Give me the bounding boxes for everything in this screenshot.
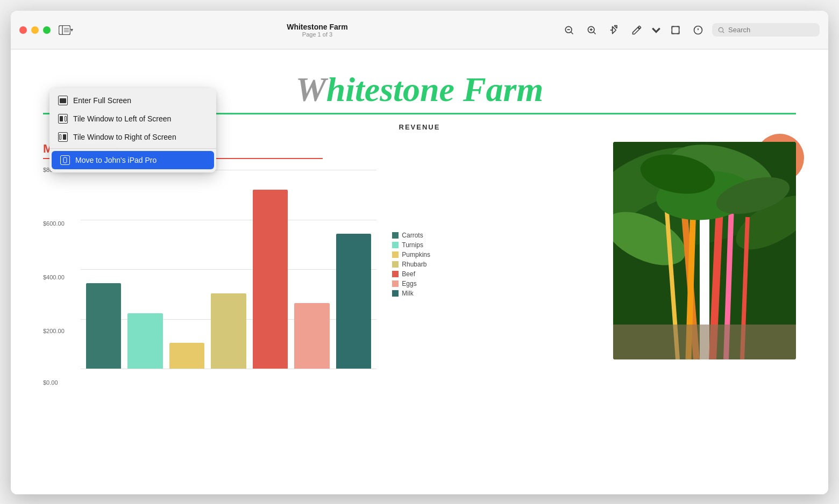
legend-dot-rhubarb: [392, 261, 399, 268]
legend-carrots: Carrots: [392, 232, 430, 239]
bar-eggs: [294, 303, 329, 369]
bar-milk: [336, 234, 371, 369]
maximize-button[interactable]: [43, 26, 51, 34]
zoom-in-icon: [586, 25, 597, 35]
y-label-600: $600.00: [43, 220, 65, 227]
context-menu: Enter Full Screen Tile Window to Left of…: [49, 88, 216, 172]
y-label-200: $200.00: [43, 328, 65, 334]
legend-label-beef: Beef: [402, 270, 415, 278]
bar-chart: $800.00 $600.00 $400.00 $200.00 $0.00: [43, 170, 376, 385]
legend-pumpkins: Pumpkins: [392, 251, 430, 258]
bar-beef: [253, 190, 288, 369]
search-bar[interactable]: [712, 23, 820, 37]
legend-dot-pumpkins: [392, 251, 399, 258]
menu-label-tile-left: Tile Window to Left of Screen: [73, 114, 171, 123]
annotate-icon: [693, 25, 703, 35]
legend-label-milk: Milk: [402, 290, 413, 297]
window-resize-button[interactable]: [667, 21, 684, 39]
share-button[interactable]: [606, 21, 623, 39]
minimize-button[interactable]: [31, 26, 39, 34]
fullscreen-icon-inner: [60, 98, 66, 103]
legend-label-rhubarb: Rhubarb: [402, 261, 426, 268]
legend-label-turnips: Turnips: [402, 241, 423, 249]
chart-section: Monthly Sales $800.00 $600.00 $400.00 $2…: [43, 142, 592, 385]
tile-right-icon: [58, 132, 68, 142]
share-icon: [609, 25, 620, 35]
grid-line-0: [81, 369, 376, 369]
document-body: Monthly Sales $800.00 $600.00 $400.00 $2…: [43, 142, 796, 385]
y-label-400: $400.00: [43, 274, 65, 280]
toolbar-tools: [560, 21, 820, 39]
legend-dot-beef: [392, 271, 399, 277]
markup-dropdown-button[interactable]: [651, 21, 662, 39]
titlebar-info: Whitestone Farm Page 1 of 3: [74, 23, 560, 38]
legend-dot-milk: [392, 290, 399, 297]
menu-item-tile-right[interactable]: Tile Window to Right of Screen: [49, 128, 216, 146]
annotate-button[interactable]: [689, 21, 707, 39]
svg-rect-13: [672, 26, 679, 33]
window-resize-icon: [670, 25, 681, 35]
menu-item-tile-left[interactable]: Tile Window to Left of Screen: [49, 110, 216, 128]
legend-rhubarb: Rhubarb: [392, 261, 430, 268]
legend-label-pumpkins: Pumpkins: [402, 251, 430, 258]
zoom-out-button[interactable]: [560, 21, 578, 39]
svg-line-18: [723, 31, 724, 33]
zoom-in-button[interactable]: [583, 21, 600, 39]
svg-line-11: [594, 32, 596, 34]
farm-illustration: [613, 142, 796, 359]
legend-label-carrots: Carrots: [402, 232, 423, 239]
window-title: Whitestone Farm: [287, 23, 348, 31]
document-content: Whitestone Farm REVENUE Monthly Sales $8…: [11, 49, 828, 494]
search-input[interactable]: [728, 26, 804, 34]
search-icon: [717, 26, 725, 34]
legend-dot-eggs: [392, 280, 399, 287]
legend-dot-carrots: [392, 232, 399, 239]
zoom-out-icon: [564, 25, 574, 35]
svg-point-17: [719, 27, 723, 32]
legend-eggs: Eggs: [392, 280, 430, 287]
sidebar-toggle-button[interactable]: ▾: [57, 23, 74, 37]
svg-rect-35: [613, 325, 796, 359]
bar-carrots: [86, 283, 121, 369]
farm-image-inner: [613, 142, 796, 359]
bar-pumpkins: [169, 343, 204, 369]
menu-label-move-ipad: Move to John's iPad Pro: [75, 156, 157, 164]
legend-dot-turnips: [392, 242, 399, 248]
y-label-0: $0.00: [43, 379, 58, 386]
chart-legend: Carrots Turnips Pumpkins Rhubarb: [392, 232, 430, 297]
tile-left-icon: [58, 114, 68, 124]
markup-icon: [631, 25, 642, 35]
menu-label-tile-right: Tile Window to Right of Screen: [73, 133, 176, 141]
close-button[interactable]: [19, 26, 27, 34]
farm-name-text: hitestone Farm: [326, 70, 544, 109]
bar-rhubarb: [211, 293, 246, 369]
farm-image: [613, 142, 796, 359]
farm-image-section: 2020: [613, 142, 796, 385]
ipad-icon: [60, 155, 70, 165]
sidebar-chevron-icon: ▾: [70, 27, 73, 33]
window-subtitle: Page 1 of 3: [302, 31, 332, 38]
titlebar: ▾ Whitestone Farm Page 1 of 3: [11, 11, 828, 49]
menu-label-fullscreen: Enter Full Screen: [73, 96, 131, 105]
main-window: ▾ Whitestone Farm Page 1 of 3: [11, 11, 828, 494]
window-controls: [19, 26, 51, 34]
legend-beef: Beef: [392, 270, 430, 278]
legend-milk: Milk: [392, 290, 430, 297]
fullscreen-icon: [58, 96, 68, 105]
bars-container: [81, 170, 376, 369]
menu-item-move-ipad[interactable]: Move to John's iPad Pro: [52, 151, 214, 169]
sidebar-icon: [59, 25, 70, 35]
legend-label-eggs: Eggs: [402, 280, 416, 287]
markup-button[interactable]: [628, 21, 645, 39]
chevron-down-icon: [651, 25, 662, 35]
svg-line-7: [571, 32, 573, 34]
menu-item-fullscreen[interactable]: Enter Full Screen: [49, 91, 216, 110]
menu-separator: [49, 148, 216, 149]
legend-turnips: Turnips: [392, 241, 430, 249]
bar-turnips: [127, 313, 162, 369]
